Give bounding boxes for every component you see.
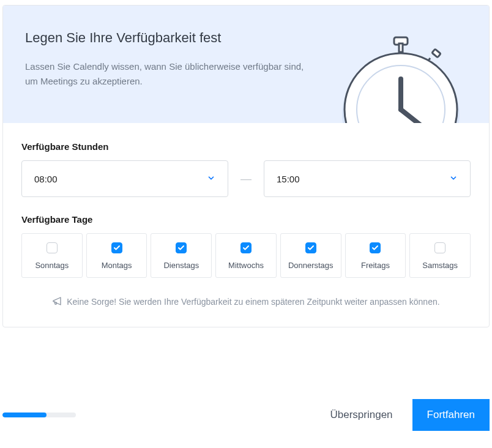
svg-line-3	[425, 58, 430, 64]
day-checkbox[interactable]	[434, 242, 445, 253]
svg-point-4	[342, 56, 460, 123]
hint-message: Keine Sorge! Sie werden Ihre Verfügbarke…	[67, 297, 439, 307]
day-cell[interactable]: Samstags	[409, 233, 471, 278]
day-checkbox[interactable]	[111, 242, 122, 253]
day-checkbox[interactable]	[370, 242, 381, 253]
days-row: SonntagsMontagsDienstagsMittwochsDonners…	[21, 233, 471, 278]
progress-fill	[2, 413, 47, 417]
hint-text: Keine Sorge! Sie werden Ihre Verfügbarke…	[21, 295, 471, 310]
day-label: Dienstags	[163, 261, 199, 270]
day-cell[interactable]: Donnerstags	[280, 233, 341, 278]
progress-bar	[2, 413, 76, 417]
page-title: Legen Sie Ihre Verfügbarkeit fest	[25, 30, 467, 46]
continue-button[interactable]: Fortfahren	[412, 399, 490, 431]
day-cell[interactable]: Freitags	[345, 233, 406, 278]
end-time-select[interactable]: 15:00	[264, 160, 471, 197]
footer-bar: Überspringen Fortfahren	[2, 399, 490, 431]
day-cell[interactable]: Sonntags	[21, 233, 83, 278]
day-label: Samstags	[422, 261, 458, 270]
chevron-down-icon	[207, 174, 215, 184]
day-cell[interactable]: Montags	[86, 233, 147, 278]
hours-row: 08:00 — 15:00	[21, 160, 471, 197]
start-time-value: 08:00	[34, 174, 58, 184]
start-time-select[interactable]: 08:00	[21, 160, 228, 197]
days-label: Verfügbare Tage	[21, 214, 471, 225]
day-checkbox[interactable]	[47, 242, 58, 253]
day-checkbox[interactable]	[176, 242, 187, 253]
end-time-value: 15:00	[277, 174, 300, 184]
megaphone-icon	[52, 296, 62, 310]
day-checkbox[interactable]	[305, 242, 316, 253]
day-cell[interactable]: Mittwochs	[215, 233, 277, 278]
form-content: Verfügbare Stunden 08:00 — 15:00 Verfügb…	[3, 123, 489, 327]
day-label: Donnerstags	[288, 261, 334, 270]
time-separator: —	[240, 173, 252, 185]
footer-buttons: Überspringen Fortfahren	[321, 399, 490, 431]
day-cell[interactable]: Dienstags	[151, 233, 212, 278]
onboarding-card: Legen Sie Ihre Verfügbarkeit fest Lassen…	[2, 5, 490, 327]
day-label: Sonntags	[35, 261, 69, 270]
stopwatch-illustration	[334, 36, 468, 123]
day-label: Freitags	[361, 261, 390, 270]
hero-section: Legen Sie Ihre Verfügbarkeit fest Lassen…	[3, 6, 489, 123]
svg-rect-2	[432, 49, 441, 58]
skip-button[interactable]: Überspringen	[321, 401, 403, 428]
day-label: Mittwochs	[228, 261, 264, 270]
svg-line-8	[401, 110, 424, 123]
hours-label: Verfügbare Stunden	[21, 141, 471, 152]
day-checkbox[interactable]	[240, 242, 252, 253]
day-label: Montags	[102, 261, 132, 270]
page-subtitle: Lassen Sie Calendly wissen, wann Sie übl…	[25, 59, 319, 89]
svg-point-6	[357, 65, 445, 123]
chevron-down-icon	[449, 174, 458, 184]
svg-point-5	[345, 53, 457, 123]
